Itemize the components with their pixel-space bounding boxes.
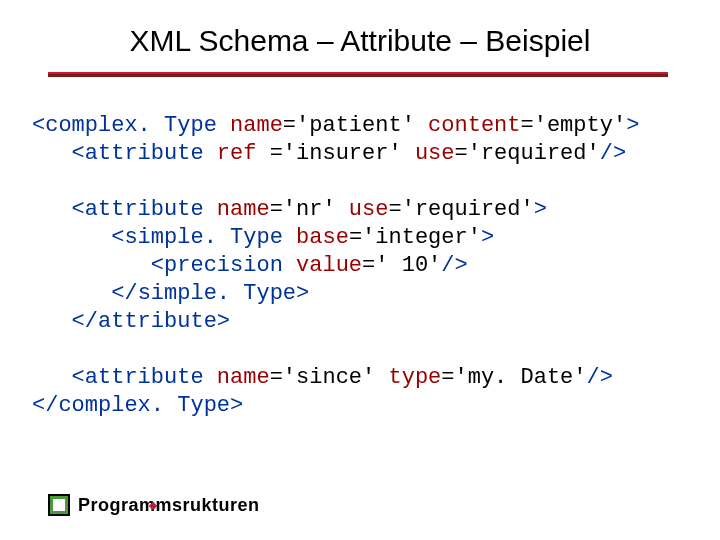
code-text: ='required' xyxy=(455,141,600,166)
code-text: < xyxy=(111,225,124,250)
logo-part3: rukturen xyxy=(183,495,260,515)
code-text: 'patient' xyxy=(296,113,415,138)
code-text: complex. Type xyxy=(45,113,217,138)
title-divider xyxy=(48,72,668,77)
code-text xyxy=(217,113,230,138)
code-text: </ xyxy=(111,281,137,306)
code-text xyxy=(32,309,72,334)
code-text: ='integer' xyxy=(349,225,481,250)
code-text: ref xyxy=(204,141,270,166)
code-text: /> xyxy=(600,141,626,166)
logo-icon xyxy=(48,494,70,516)
code-text: ='required' xyxy=(388,197,533,222)
footer-logo: Programmsrukturen xyxy=(48,494,260,516)
code-text: name xyxy=(204,197,270,222)
code-text: < xyxy=(151,253,164,278)
code-text: type xyxy=(375,365,441,390)
code-text: ='since' xyxy=(270,365,376,390)
code-text xyxy=(32,253,151,278)
code-text: =' 10' xyxy=(362,253,441,278)
code-text: = xyxy=(283,113,296,138)
code-text: > xyxy=(296,281,309,306)
code-text: simple. Type xyxy=(124,225,282,250)
code-text: precision xyxy=(164,253,283,278)
code-text: < xyxy=(72,197,85,222)
code-text: /> xyxy=(587,365,613,390)
code-text: attribute xyxy=(98,309,217,334)
code-text: > xyxy=(230,393,243,418)
logo-part1: Pro xyxy=(78,495,110,515)
code-text: simple. Type xyxy=(138,281,296,306)
code-text: content xyxy=(415,113,521,138)
code-text: > xyxy=(217,309,230,334)
code-text: attribute xyxy=(85,141,204,166)
code-block: <complex. Type name='patient' content='e… xyxy=(32,112,639,420)
code-text: ='my. Date' xyxy=(441,365,586,390)
code-text: attribute xyxy=(85,365,204,390)
code-text: complex. Type xyxy=(58,393,230,418)
code-text: < xyxy=(72,365,85,390)
code-text: < xyxy=(32,113,45,138)
logo-text: Programmsrukturen xyxy=(78,495,260,516)
code-text: < xyxy=(72,141,85,166)
code-text: > xyxy=(626,113,639,138)
code-text xyxy=(32,225,111,250)
code-text xyxy=(32,197,72,222)
code-text: ='insurer' xyxy=(270,141,402,166)
code-text: </ xyxy=(72,309,98,334)
code-text: ='empty' xyxy=(521,113,627,138)
code-text: /> xyxy=(441,253,467,278)
code-text xyxy=(32,365,72,390)
code-text: > xyxy=(481,225,494,250)
code-text: ='nr' xyxy=(270,197,336,222)
code-text: use xyxy=(402,141,455,166)
code-text xyxy=(32,281,111,306)
code-text: use xyxy=(336,197,389,222)
slide: XML Schema – Attribute – Beispiel <compl… xyxy=(0,0,720,540)
slide-title: XML Schema – Attribute – Beispiel xyxy=(0,24,720,58)
code-text: </ xyxy=(32,393,58,418)
code-text: > xyxy=(534,197,547,222)
code-text: attribute xyxy=(85,197,204,222)
code-text xyxy=(32,141,72,166)
code-text: value xyxy=(283,253,362,278)
code-text: name xyxy=(230,113,283,138)
code-text: base xyxy=(283,225,349,250)
code-text: name xyxy=(204,365,270,390)
logo-part2: gramms xyxy=(110,495,183,515)
